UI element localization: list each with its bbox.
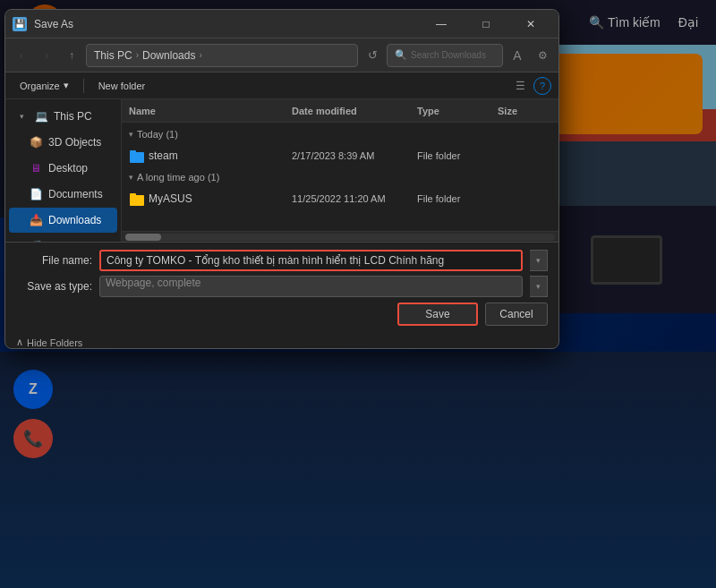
sidebar-item-downloads[interactable]: 📥 Downloads [9,208,117,233]
sidebar-item-desktop[interactable]: 🖥 Desktop [9,156,117,181]
search-box[interactable]: 🔍 Search Downloads [387,44,503,67]
organize-button[interactable]: Organize ▾ [13,76,76,96]
hide-folders-row[interactable]: ∧ Hide Folders [5,333,558,348]
savetype-value: Webpage, complete [106,277,201,289]
close-button[interactable]: ✕ [510,10,551,38]
svg-rect-3 [130,193,136,196]
path-downloads: Downloads [142,49,195,62]
col-header-date[interactable]: Date modified [292,106,417,116]
table-row[interactable]: MyASUS 11/25/2022 11:20 AM File folder [122,187,558,210]
toggle-icon-pc: ▾ [20,112,29,121]
sidebar-item-this-pc[interactable]: ▾ 💻 This PC [9,104,117,129]
column-headers: Name Date modified Type Size [122,99,558,123]
new-folder-button[interactable]: New folder [91,76,153,96]
file-type-steam: File folder [417,150,498,161]
organize-label: Organize [20,81,60,91]
view-button[interactable]: ☰ [510,76,530,96]
new-folder-label: New folder [98,81,146,91]
file-type-myasus: File folder [417,193,498,204]
sidebar-item-music[interactable]: 🎵 Music [9,234,117,242]
group-triangle-today: ▾ [129,130,133,139]
save-label: Save [425,308,449,320]
folder-docs-icon: 📄 [29,187,43,201]
savetype-dropdown-arrow[interactable]: ▾ [530,276,548,297]
help-icon: ? [540,81,545,91]
dialog-title: Save As [34,18,413,30]
filename-row: File name: ▾ [16,250,548,271]
save-button[interactable]: Save [397,303,478,326]
form-buttons: Save Cancel [16,303,548,326]
sidebar-label-3d: 3D Objects [48,136,101,149]
toolbar-right: ☰ ? [510,76,551,96]
col-header-size[interactable]: Size [498,106,551,116]
maximize-button[interactable]: □ [465,10,507,38]
address-bar: ‹ › ↑ This PC › Downloads › ↺ 🔍 Search D… [5,38,558,72]
cancel-button[interactable]: Cancel [485,303,548,326]
sidebar-item-3d-objects[interactable]: 📦 3D Objects [9,130,117,155]
file-area: Name Date modified Type Size ▾ Today (1) [122,99,558,242]
scroll-thumb [125,234,161,241]
folder-downloads-icon: 📥 [29,213,43,227]
settings-button[interactable]: ⚙ [532,45,553,66]
refresh-button[interactable]: ↺ [362,45,383,66]
back-button: ‹ [11,45,32,66]
minimize-button[interactable]: — [421,10,462,38]
savetype-select[interactable]: Webpage, complete [99,276,523,297]
dialog-icon: 💾 [13,17,27,31]
group-triangle-ago: ▾ [129,173,133,182]
svg-rect-1 [130,150,136,153]
horizontal-scrollbar[interactable] [122,231,558,242]
dialog-body: ▾ 💻 This PC 📦 3D Objects 🖥 Desktop 📄 Doc… [5,99,558,242]
save-as-dialog: 💾 Save As — □ ✕ ‹ › ↑ This PC › Download… [4,9,559,349]
svg-rect-2 [130,195,144,206]
dialog-footer: File name: ▾ Save as type: Webpage, comp… [5,242,558,333]
help-button[interactable]: ? [533,77,551,95]
sidebar-item-documents[interactable]: 📄 Documents [9,182,117,207]
sidebar-label-desktop: Desktop [48,162,88,175]
folder-steam-icon [129,148,145,164]
table-row[interactable]: steam 2/17/2023 8:39 AM File folder [122,144,558,167]
forward-button: › [36,45,57,66]
folder-desktop-icon: 🖥 [29,161,43,175]
scroll-track [125,234,555,241]
file-name-steam: steam [149,149,292,162]
filename-dropdown-arrow[interactable]: ▾ [530,250,548,271]
title-bar-controls: — □ ✕ [421,10,551,38]
file-date-myasus: 11/25/2022 11:20 AM [292,193,417,204]
address-path[interactable]: This PC › Downloads › [86,44,358,67]
sidebar: ▾ 💻 This PC 📦 3D Objects 🖥 Desktop 📄 Doc… [5,99,122,242]
svg-rect-0 [130,152,144,163]
organize-arrow: ▾ [64,80,69,91]
savetype-row: Save as type: Webpage, complete ▾ [16,276,548,297]
path-pc: This PC [94,49,132,62]
col-header-type[interactable]: Type [417,106,498,116]
col-header-name[interactable]: Name [129,106,292,116]
file-name-myasus: MyASUS [149,192,292,205]
title-bar: 💾 Save As — □ ✕ [5,10,558,38]
group-today: ▾ Today (1) [122,124,558,144]
filename-input[interactable] [99,250,523,271]
hide-folders-label: Hide Folders [27,337,82,348]
file-date-steam: 2/17/2023 8:39 AM [292,150,417,161]
up-button[interactable]: ↑ [61,45,82,66]
path-sep-1: › [136,50,139,60]
folder-3d-icon: 📦 [29,135,43,149]
group-today-label: Today (1) [137,129,178,140]
hide-folders-icon: ∧ [16,337,23,348]
toolbar: Organize ▾ New folder ☰ ? [5,72,558,99]
file-list: ▾ Today (1) steam 2/17/2023 8:39 AM File… [122,123,558,231]
font-size-button[interactable]: A [507,45,528,66]
group-long-ago: ▾ A long time ago (1) [122,167,558,187]
search-placeholder: Search Downloads [411,50,486,60]
cancel-label: Cancel [499,308,533,320]
sidebar-label-documents: Documents [48,188,103,200]
group-ago-label: A long time ago (1) [137,172,219,183]
search-icon: 🔍 [395,49,407,61]
path-sep-2: › [199,50,201,60]
toolbar-separator [83,79,84,93]
sidebar-label-pc: This PC [54,110,92,123]
filename-label: File name: [16,254,92,267]
savetype-label: Save as type: [16,280,92,293]
sidebar-label-downloads: Downloads [48,214,101,226]
pc-icon: 💻 [34,109,48,124]
